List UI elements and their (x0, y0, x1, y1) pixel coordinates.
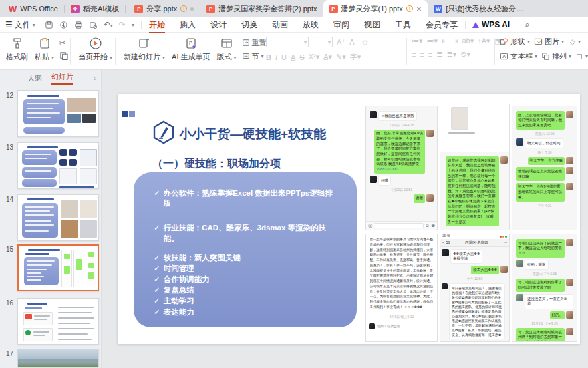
decrease-indent-icon[interactable]: ⇤ (442, 37, 448, 45)
distribute-icon[interactable]: ≣▾ (446, 50, 456, 59)
chevron-down-icon: ▾ (33, 22, 35, 28)
slide-thumbnail-12[interactable] (17, 90, 99, 137)
slide-title[interactable]: 小小干货—硬技能+软技能 (179, 126, 326, 143)
increase-font-icon[interactable]: A⁺ (337, 38, 345, 47)
font-color-icon[interactable]: A̲▾ (323, 53, 332, 61)
output-icon[interactable] (59, 21, 68, 29)
align-left-icon[interactable]: ≡ (412, 51, 416, 59)
hamburger-icon: ☰ (5, 20, 13, 29)
slide-thumbnail-17[interactable] (17, 349, 99, 367)
word-file-icon: W (434, 5, 442, 13)
info-icon[interactable]: i (180, 5, 187, 12)
copy-icon[interactable] (59, 51, 68, 60)
chat-screenshot-5[interactable]: 姐，上次咱微信聊过，您看你们明天后天有时间嘛，我过来您们家来量房吧 星期六 12… (512, 106, 577, 230)
search-icon[interactable]: ⌕ (517, 19, 537, 30)
layout-button[interactable]: 版式 ▾ (214, 34, 240, 65)
info-icon[interactable]: i (406, 5, 413, 12)
line-spacing-icon[interactable]: ↕A▾ (478, 37, 490, 45)
chat-screenshot-6[interactable]: 哥咱们这边买好了的就说一下，我这边让人给咱们安装☺☺ 行的，谢谢 星期六 下午2… (512, 234, 577, 342)
chat-screenshot-1[interactable]: ☺我自己也不是很熟 1月4日 下午4:16 姐，您好,非常感谢您对4.8快装的支… (365, 106, 438, 230)
tab-award-pptx[interactable]: P 潘梦灵国家奖学金答辩(2).pptx (200, 0, 323, 17)
clear-format-icon[interactable]: ◇ (362, 38, 368, 47)
menu-tab-tools[interactable]: 工具 (388, 19, 418, 31)
outline-color-button[interactable]: ▾ (575, 53, 588, 61)
text-direction-icon[interactable]: ab▾ (462, 37, 474, 45)
slide-subtitle[interactable]: （一）硬技能：职场加分项 (152, 157, 281, 171)
justify-icon[interactable]: ≣ (436, 50, 442, 59)
skills-text-box[interactable]: ✓办公软件：熟练掌握Excel 数据出来PPTps逻辑排版 ✓行业技能：CAD、… (134, 172, 357, 327)
bold-icon[interactable]: B (266, 53, 271, 61)
increase-indent-icon[interactable]: ⇥ (452, 37, 458, 45)
menu-tab-home[interactable]: 开始 (142, 19, 172, 31)
play-from-current-button[interactable]: 当页开始 ▾ (75, 34, 116, 65)
avatar (369, 323, 375, 329)
chat-screenshot-2[interactable]: 住一起不是很麻烦的事及习惯双方沟通不畅造成的事，但经大家解释沟通后我们也理解，这… (365, 234, 438, 342)
slide-15-canvas[interactable]: 小小干货—硬技能+软技能 （一）硬技能：职场加分项 ✓办公软件：熟练掌握Exce… (118, 94, 580, 344)
tab-outline[interactable]: 大纲 (27, 73, 42, 83)
pencil-hexagon-icon[interactable] (152, 120, 175, 144)
close-tab-icon[interactable]: ✕ (416, 5, 422, 13)
underline-icon[interactable]: U (281, 53, 287, 61)
tab-readonly-doc[interactable]: W [只读]优秀校友经验分享会 薪火相 (428, 0, 588, 17)
arrange-button[interactable]: 排列▾ (541, 51, 571, 61)
tab-slides[interactable]: 幻灯片 (51, 72, 74, 85)
menu-tab-member[interactable]: 会员专享 (418, 19, 465, 31)
slide-thumbnail-16[interactable] (17, 298, 99, 345)
font-size-select[interactable]: ▾ (313, 37, 333, 47)
menu-tab-slideshow[interactable]: 放映 (295, 19, 326, 31)
tab-active-pptx[interactable]: P 潘梦灵分享(1).pptx i ✕ (323, 0, 428, 17)
menu-tab-review[interactable]: 审阅 (326, 19, 357, 31)
slide-thumbnail-15-selected[interactable] (17, 244, 99, 291)
text-effect-icon[interactable]: 字▾ (350, 52, 361, 62)
more-chevron-icon[interactable]: ▾ (132, 22, 134, 28)
editing-canvas[interactable]: 小小干货—硬技能+软技能 （一）硬技能：职场加分项 ✓办公软件：熟练掌握Exce… (102, 70, 588, 368)
file-menu[interactable]: ☰ 文件 ▾ (0, 19, 41, 31)
numbered-list-icon[interactable]: ≕▾ (427, 37, 438, 45)
italic-icon[interactable]: I (275, 53, 277, 61)
ai-generate-page-button[interactable]: P AI 生成单页 (168, 34, 213, 65)
chat-screenshot-3[interactable]: 姐您好，感谢您选择[4.8快装]从今天起，我们就是您装修路上的伙伴啦！我们会像对… (440, 104, 510, 230)
tab-home[interactable]: W WPS Office (3, 0, 64, 17)
menu-tab-animation[interactable]: 动画 (265, 19, 295, 31)
columns-icon[interactable]: ⊜▾ (460, 50, 470, 59)
avatar (426, 194, 434, 202)
shapes-button[interactable]: 形状▾ (500, 37, 530, 47)
menu-tab-view[interactable]: 视图 (357, 19, 388, 31)
decrease-font-icon[interactable]: A⁻ (349, 38, 358, 47)
slide-thumbnail-13[interactable] (17, 142, 99, 189)
print-preview-icon[interactable] (89, 21, 98, 29)
strikethrough-icon[interactable]: S (299, 53, 304, 61)
print-icon[interactable] (74, 21, 83, 29)
new-slide-button[interactable]: 新建幻灯片 ▾ (120, 34, 168, 65)
picture-button[interactable]: 图片▾ (534, 37, 564, 47)
highlight-color-icon[interactable]: ✎▾ (336, 53, 346, 61)
align-center-icon[interactable]: ≡ (420, 51, 424, 59)
save-icon[interactable] (45, 21, 53, 29)
section-button[interactable]: 节 ▾ (242, 51, 267, 61)
chat-screenshot-4[interactable]: 15:48 < 56 西湖区·名庭园 ⋯ ❉❉竣工大吉❉❉ 幸福美满 竣工大吉❉… (440, 234, 510, 342)
collapse-panel-icon[interactable]: ‹ (94, 75, 96, 82)
tab-share-pptx[interactable]: P 分享.pptx i (128, 0, 200, 17)
decoration-square-dark[interactable] (122, 111, 128, 117)
superscript-icon[interactable]: X²▾ (309, 53, 320, 61)
bullet-list-icon[interactable]: ≔▾ (412, 37, 423, 45)
textbox-button[interactable]: A 文本框▾ (500, 51, 537, 61)
tab-docer-template[interactable]: ❖ 稻壳AI模板 (65, 0, 125, 17)
slide-thumbnail-14[interactable] (17, 194, 99, 241)
font-family-select[interactable]: ▾ (266, 37, 309, 47)
char-spacing-icon[interactable]: A̲ (291, 53, 295, 61)
avatar (566, 167, 573, 174)
menu-tab-design[interactable]: 设计 (203, 19, 234, 31)
paste-button[interactable]: 粘贴 ▾ (31, 34, 57, 65)
menu-tab-insert[interactable]: 插入 (172, 19, 203, 31)
redo-icon[interactable]: ↷ (119, 20, 126, 29)
cut-icon[interactable]: ✂ (59, 39, 68, 47)
decoration-square-light[interactable] (129, 111, 135, 117)
fill-color-button[interactable]: ▾ (568, 38, 581, 46)
wps-ai-button[interactable]: WPS AI (466, 20, 517, 29)
reset-button[interactable]: 重置 (242, 38, 267, 48)
menu-tab-transition[interactable]: 切换 (234, 19, 265, 31)
align-right-icon[interactable]: ≡ (428, 51, 432, 59)
undo-icon[interactable]: ↶▾ (104, 20, 113, 29)
format-painter-button[interactable]: 格式刷 (3, 34, 31, 65)
